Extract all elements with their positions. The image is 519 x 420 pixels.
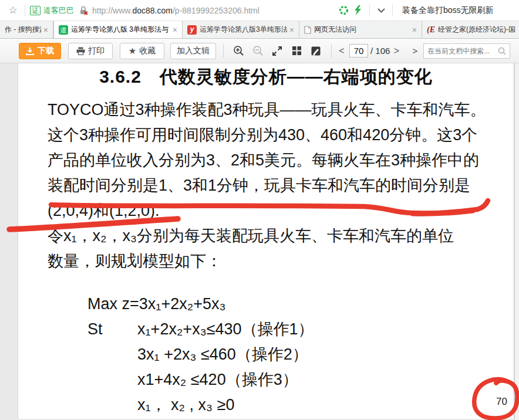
lp-model: Max z=3x₁+2x₂+5x₃ St x₁+2x₂+x₃≤430（操作1） … <box>87 292 514 418</box>
youdao-icon: y <box>187 25 197 35</box>
printer-icon <box>76 47 85 55</box>
close-icon[interactable]: × <box>170 25 180 35</box>
page-total: / 106 <box>370 46 390 56</box>
tab-doc88-active[interactable]: 道 运筹学导论第八版 3单纯形法与 × <box>53 21 183 38</box>
close-icon[interactable]: × <box>287 25 296 35</box>
subject-to-label: St <box>87 317 137 342</box>
objective-function: Max z=3x₁+2x₂+5x₃ <box>87 292 514 317</box>
page-number-input[interactable] <box>349 44 368 57</box>
tab-label: 网页无法访问 <box>314 25 410 35</box>
bookmark-star-icon[interactable]: ☆ <box>6 4 20 16</box>
tab-label: 运筹学导论第八版3单纯形法与 <box>200 25 287 35</box>
divider <box>369 5 370 16</box>
page-number: 70 <box>496 396 507 408</box>
tab-youdao-doc[interactable]: y 运筹学导论第八版3单纯形法与 × <box>183 21 299 38</box>
doc-search-input[interactable] <box>427 47 498 55</box>
doc-text-line: 数量，则规划模型如下： <box>48 249 503 274</box>
pager: < / 106 > <box>335 44 403 57</box>
certificate-badge: 证 <box>30 6 41 15</box>
search-icon[interactable] <box>498 47 506 55</box>
jingguan-e-logo-icon: (E <box>427 25 435 35</box>
grid-icon <box>292 46 302 56</box>
doc-text-line: 装配时间分别是1、3和1分钟，玩具卡车和汽车的时间分别是 <box>48 173 503 198</box>
download-button[interactable]: 下载 <box>19 43 61 59</box>
tab-label: 运筹学导论第八版 3单纯形法与 <box>71 25 170 35</box>
star-icon: ★ <box>129 46 136 56</box>
document-page: 3.6.2 代数灵敏度分析——右端项的变化 TOYCO通过3种操作装配3种玩具—… <box>18 63 514 419</box>
constraint-3: x1+4x₂ ≤420（操作3） <box>137 367 514 392</box>
close-icon[interactable]: × <box>41 25 50 35</box>
add-to-collection-button[interactable]: 加入文辑 <box>170 43 216 59</box>
document-viewport: 3.6.2 代数灵敏度分析——右端项的变化 TOYCO通过3种操作装配3种玩具—… <box>0 63 519 420</box>
document-toolbar: 下载 打印 ★ 收藏 加入文辑 <box>0 39 519 63</box>
tab-jingguan-forum[interactable]: (E 经管之家(原经济论坛)-国 <box>422 21 519 38</box>
nonnegativity-constraint: x₁， x₂ , x₃ ≥0 <box>137 392 514 418</box>
body-paragraph: TOYCO通过3种操作装配3种玩具——玩具火车、卡车和汽车。 这个3种操作可用时… <box>48 97 503 274</box>
zoom-in-button[interactable] <box>230 43 247 59</box>
fullscreen-button[interactable] <box>269 43 285 59</box>
url-text[interactable]: http://www.doc88.com/p-8819992253206.htm… <box>92 6 260 15</box>
add-collection-label: 加入文辑 <box>177 46 210 56</box>
favorite-label: 收藏 <box>139 46 156 56</box>
next-page-button[interactable]: > <box>390 46 403 56</box>
tab-bar: 作 - 搜狗搜索 × 道 运筹学导论第八版 3单纯形法与 × y 运筹学导论第八… <box>0 21 519 39</box>
doc-text-line: (2,0,4)和(1,2,0). <box>48 198 503 223</box>
browser-search-box[interactable]: 装备全靠打boss无限刷新 <box>397 5 519 16</box>
thumbnail-grid-button[interactable] <box>288 43 305 59</box>
tab-page-unavailable[interactable]: 网页无法访问 × <box>299 21 422 38</box>
expand-arrow-button[interactable]: > <box>412 46 417 56</box>
site-name: 道客巴巴 <box>43 5 74 16</box>
doc-text-line: 产品的单位收入分别为3、2和5美元。每辆火车在3种操作中的 <box>48 148 503 173</box>
lightning-icon[interactable] <box>351 5 365 15</box>
zoom-in-icon <box>233 45 244 56</box>
doc-text-line: TOYCO通过3种操作装配3种玩具——玩具火车、卡车和汽车。 <box>48 97 503 123</box>
zoom-out-button[interactable] <box>250 43 266 59</box>
vertical-scrollbar[interactable] <box>514 63 519 420</box>
tab-label: 经管之家(原经济论坛)-国 <box>438 25 517 35</box>
zoom-out-icon <box>252 45 264 56</box>
constraint-2: 3x₁ +2x₃ ≤460（操作2） <box>137 342 514 367</box>
divider <box>25 5 25 16</box>
doc-text-line: 这个3种操作可用时间限制分别为430、460和420分钟。这3个 <box>48 123 503 148</box>
doc-text-line: 令x₁，x₂，x₃分别为每天装配玩具火车、卡车和汽车的单位 <box>48 223 503 249</box>
section-title: 3.6.2 代数灵敏度分析——右端项的变化 <box>18 65 514 89</box>
annotate-button[interactable] <box>308 43 324 59</box>
print-label: 打印 <box>88 46 105 56</box>
blank-page-icon <box>304 26 311 34</box>
divider <box>223 44 224 58</box>
close-icon[interactable]: × <box>410 25 419 35</box>
download-label: 下载 <box>38 46 54 56</box>
print-button[interactable]: 打印 <box>68 43 113 59</box>
chevron-down-icon[interactable] <box>375 8 387 13</box>
divider <box>392 5 393 16</box>
doc-search-box <box>423 43 510 59</box>
prev-page-button[interactable]: < <box>335 46 348 56</box>
address-bar: ☆ 证 道客巴巴 http://www.doc88.com/p-88199922… <box>0 0 519 21</box>
tab-sogou-search[interactable]: 作 - 搜狗搜索 × <box>0 21 53 38</box>
divider <box>331 44 332 58</box>
annotate-pencil-icon <box>311 46 321 56</box>
favorite-button[interactable]: ★ 收藏 <box>120 43 164 59</box>
tab-label: 作 - 搜狗搜索 <box>5 25 41 35</box>
download-icon <box>26 47 34 55</box>
fullscreen-icon <box>272 46 282 56</box>
doc88-icon: 道 <box>59 25 68 35</box>
constraint-1: x₁+2x₂+x₃≤430（操作1） <box>137 317 314 342</box>
insecure-lock-icon[interactable] <box>79 5 88 15</box>
speed-mode-icon[interactable] <box>336 5 351 15</box>
